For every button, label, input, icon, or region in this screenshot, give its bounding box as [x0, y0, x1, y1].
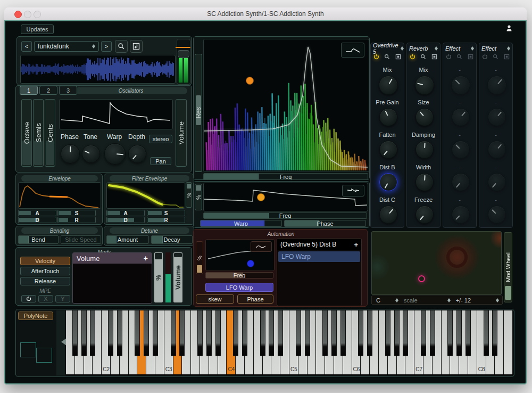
- piano-key-Gs5[interactable]: [331, 310, 337, 356]
- piano-key-Ds7[interactable]: [430, 310, 435, 356]
- fx-knob-1[interactable]: [487, 76, 506, 95]
- piano-key-Cs2[interactable]: [108, 310, 113, 356]
- fx-power-button[interactable]: [446, 54, 452, 60]
- polynote-button[interactable]: PolyNote: [18, 312, 53, 320]
- polynote-pad-1[interactable]: [20, 342, 36, 357]
- piano-key-Cs5[interactable]: [296, 310, 301, 356]
- range-stepper-icon[interactable]: [496, 297, 499, 304]
- fx-knob-2[interactable]: [452, 108, 470, 126]
- envelope-r-slider[interactable]: R: [57, 217, 96, 223]
- fx-dist-b-knob[interactable]: [379, 173, 397, 191]
- piano-key-Ds4[interactable]: [242, 310, 247, 356]
- octave-slider[interactable]: Octave: [21, 99, 32, 167]
- add-mod-button[interactable]: +: [144, 254, 148, 263]
- piano-key-As7[interactable]: [466, 310, 471, 356]
- updates-button[interactable]: Updates: [21, 24, 54, 34]
- fx-type-stepper-icon[interactable]: [471, 45, 474, 52]
- piano-key-Ds3[interactable]: [179, 310, 185, 356]
- filter_envelope-s-slider[interactable]: S: [147, 210, 185, 216]
- slide-speed-slider[interactable]: Slide Speed: [61, 235, 101, 244]
- filter_envelope-d-slider[interactable]: D: [106, 217, 145, 223]
- piano-key-As3[interactable]: [215, 310, 221, 356]
- fx-width-knob[interactable]: [415, 173, 434, 191]
- piano-key-Fs1[interactable]: [72, 310, 78, 356]
- release-button[interactable]: Release: [20, 277, 70, 285]
- envelope-display[interactable]: [18, 182, 101, 209]
- piano-key-Fs7[interactable]: [447, 310, 453, 356]
- mod-volume-slider[interactable]: Volume: [173, 252, 182, 302]
- fx-type-stepper-icon[interactable]: [435, 45, 438, 52]
- fx-type-select[interactable]: Effect: [481, 45, 496, 52]
- root-note-select[interactable]: C: [376, 297, 380, 304]
- fx-type-select[interactable]: Effect: [445, 45, 460, 52]
- lfo-phase-slider[interactable]: Phase: [284, 220, 366, 227]
- fx-power-button[interactable]: [482, 54, 488, 60]
- envelope-d-slider[interactable]: D: [18, 217, 56, 223]
- filter_envelope-r-slider[interactable]: R: [147, 217, 185, 223]
- piano-key-As5[interactable]: [340, 310, 346, 356]
- mod-wheel-slider[interactable]: Mod Wheel: [504, 232, 512, 302]
- piano-key-As1[interactable]: [90, 310, 95, 356]
- xy-cursor[interactable]: [418, 275, 425, 282]
- lfo-handle[interactable]: [257, 193, 265, 201]
- piano-key-Gs3[interactable]: [206, 310, 212, 356]
- fx-knob-3[interactable]: [488, 141, 506, 159]
- filter-env-amount-slider[interactable]: %: [186, 182, 192, 208]
- xy-pad[interactable]: [371, 231, 502, 295]
- phase-knob[interactable]: [61, 144, 80, 163]
- stereo-button[interactable]: stereo: [149, 135, 172, 143]
- piano-key-Ds5[interactable]: [305, 310, 310, 356]
- automation-list-header[interactable]: (Overdrive 5) Dist B +: [277, 239, 361, 250]
- osc-tab-3[interactable]: 3: [59, 86, 77, 95]
- automation-source-button[interactable]: LFO Warp: [205, 283, 273, 292]
- envelope-a-slider[interactable]: A: [18, 210, 56, 216]
- piano-key-As4[interactable]: [278, 310, 283, 356]
- piano-key-Cs6[interactable]: [358, 310, 363, 356]
- piano-key-As6[interactable]: [403, 310, 408, 356]
- mods-list-header[interactable]: Volume +: [73, 253, 152, 264]
- fx-type-stepper-icon[interactable]: [401, 45, 404, 52]
- automation-curve-display[interactable]: [205, 239, 275, 271]
- search-button[interactable]: [115, 40, 128, 53]
- piano-key-Fs6[interactable]: [385, 310, 390, 356]
- tone-knob[interactable]: [82, 145, 100, 163]
- fx-knob-5[interactable]: [452, 206, 470, 224]
- fx-window-button[interactable]: [468, 54, 473, 60]
- automation-freq-slider[interactable]: Freq: [205, 272, 273, 279]
- piano-key-Gs4[interactable]: [269, 310, 274, 356]
- envelope-s-slider[interactable]: S: [57, 210, 96, 216]
- piano-key-Cs3[interactable]: [171, 310, 176, 356]
- next-preset-button[interactable]: >: [101, 41, 112, 52]
- fx-knob-4[interactable]: [488, 173, 506, 191]
- piano-key-Gs2[interactable]: [144, 310, 149, 356]
- root-stepper-icon[interactable]: [395, 297, 398, 304]
- piano-key-Gs7[interactable]: [456, 310, 462, 356]
- fx-knob-3[interactable]: [452, 141, 470, 159]
- fx-knob-4[interactable]: [452, 173, 470, 191]
- scale-stepper-icon[interactable]: [447, 297, 451, 304]
- fx-type-select[interactable]: Reverb: [409, 45, 428, 52]
- filter-spectrum-display[interactable]: [203, 39, 369, 172]
- polynote-pad-2[interactable]: [36, 348, 52, 363]
- load-preset-button[interactable]: [130, 40, 143, 53]
- fx-pre-gain-knob[interactable]: [379, 108, 397, 126]
- bend-slider[interactable]: Bend: [18, 235, 59, 244]
- automation-list-item[interactable]: LFO Warp: [278, 251, 360, 262]
- filter-freq-slider[interactable]: Freq: [203, 173, 368, 180]
- piano-key-Cs7[interactable]: [421, 310, 426, 356]
- lfo-warp-slider[interactable]: Warp: [200, 220, 282, 227]
- fx-freeze-knob[interactable]: [415, 206, 434, 224]
- piano-key-Ds8[interactable]: [492, 310, 497, 356]
- filter-envelope-display[interactable]: [106, 182, 185, 209]
- fx-fatten-knob[interactable]: [379, 141, 397, 159]
- fx-knob-2[interactable]: [488, 108, 506, 126]
- fx-mix-knob[interactable]: [415, 76, 434, 95]
- fx-power-button[interactable]: [410, 54, 415, 60]
- piano-key-Gs6[interactable]: [394, 310, 400, 356]
- piano-key-As2[interactable]: [153, 310, 158, 356]
- filter_envelope-a-slider[interactable]: A: [106, 210, 145, 216]
- detune-amount-slider[interactable]: Amount: [106, 235, 149, 244]
- bend-range-select[interactable]: +/- 12: [456, 297, 471, 304]
- fx-edit-button[interactable]: [420, 54, 426, 60]
- filter-cutoff-handle[interactable]: [246, 77, 254, 85]
